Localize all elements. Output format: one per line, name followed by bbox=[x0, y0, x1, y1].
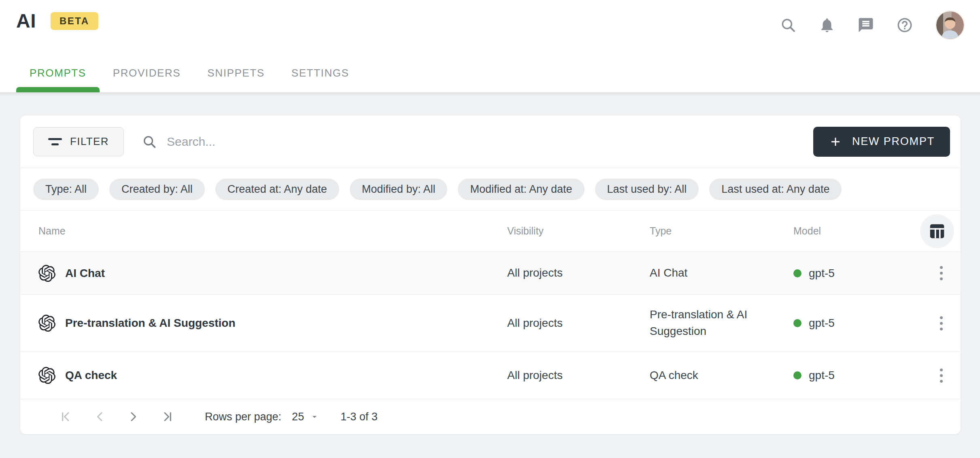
prompt-model-cell: gpt-5 bbox=[793, 317, 925, 330]
openai-logo-icon bbox=[38, 367, 55, 384]
pagination-range: 1-3 of 3 bbox=[340, 411, 378, 423]
openai-logo-icon bbox=[38, 265, 55, 282]
prompt-type: AI Chat bbox=[650, 265, 793, 281]
previous-page-button[interactable] bbox=[91, 407, 109, 426]
model-status-dot bbox=[793, 371, 801, 379]
prompt-visibility: All projects bbox=[507, 315, 650, 332]
search-input[interactable] bbox=[167, 135, 795, 149]
prompt-name-cell: AI Chat bbox=[38, 265, 507, 282]
brand-row: AI BETA bbox=[16, 10, 98, 32]
filter-button-label: FILTER bbox=[70, 135, 109, 148]
table-header: Name Visibility Type Model bbox=[20, 211, 961, 252]
prompt-type: Pre-translation & AI Suggestion bbox=[650, 307, 793, 339]
last-page-button[interactable] bbox=[157, 407, 176, 426]
prompt-name-cell: QA check bbox=[38, 367, 507, 384]
column-header-visibility: Visibility bbox=[507, 225, 650, 237]
tab-settings-label: SETTINGS bbox=[291, 67, 349, 79]
row-actions-menu-button[interactable] bbox=[933, 262, 950, 284]
chip-last-used-at[interactable]: Last used at: Any date bbox=[709, 179, 842, 200]
plus-icon bbox=[829, 135, 842, 149]
prompt-visibility: All projects bbox=[507, 265, 650, 281]
kebab-icon bbox=[940, 316, 943, 319]
prompt-type: QA check bbox=[650, 367, 793, 384]
tab-settings[interactable]: SETTINGS bbox=[278, 58, 363, 92]
chevron-down-icon bbox=[310, 412, 319, 422]
column-header-type: Type bbox=[650, 225, 793, 237]
openai-logo-icon bbox=[38, 315, 55, 332]
last-page-icon bbox=[159, 409, 174, 424]
chevron-left-icon bbox=[92, 409, 108, 424]
main-tabs: PROMPTS PROVIDERS SNIPPETS SETTINGS bbox=[16, 58, 363, 92]
columns-icon bbox=[928, 222, 946, 241]
search-box bbox=[142, 134, 795, 149]
pagination-nav bbox=[57, 407, 176, 426]
kebab-icon bbox=[940, 369, 943, 371]
filter-chips-row: Type: All Created by: All Created at: An… bbox=[20, 168, 961, 211]
tab-snippets-label: SNIPPETS bbox=[207, 67, 264, 79]
prompt-model: gpt-5 bbox=[809, 369, 835, 382]
rows-per-page-value: 25 bbox=[292, 411, 304, 423]
row-actions-menu-button[interactable] bbox=[933, 312, 950, 334]
filter-button[interactable]: FILTER bbox=[33, 127, 124, 156]
page-content: FILTER NEW PROMPT Type: All Created by: … bbox=[0, 92, 980, 458]
filter-icon bbox=[48, 136, 62, 147]
prompt-visibility: All projects bbox=[507, 367, 650, 384]
kebab-icon bbox=[940, 266, 943, 269]
chip-created-by[interactable]: Created by: All bbox=[109, 179, 205, 200]
prompt-name: Pre-translation & AI Suggestion bbox=[65, 317, 236, 330]
chevron-right-icon bbox=[125, 409, 141, 424]
header-actions bbox=[778, 11, 965, 40]
first-page-icon bbox=[59, 409, 74, 424]
rows-per-page-label: Rows per page: bbox=[205, 411, 281, 423]
table-toolbar: FILTER NEW PROMPT bbox=[20, 115, 961, 168]
first-page-button[interactable] bbox=[57, 407, 76, 426]
prompt-name: QA check bbox=[65, 369, 117, 382]
table-row[interactable]: Pre-translation & AI Suggestion All proj… bbox=[20, 295, 961, 352]
notifications-bell-icon[interactable] bbox=[817, 15, 837, 35]
chip-modified-by[interactable]: Modified by: All bbox=[350, 179, 448, 200]
prompts-card: FILTER NEW PROMPT Type: All Created by: … bbox=[20, 115, 961, 434]
prompt-name: AI Chat bbox=[65, 267, 105, 280]
pagination-bar: Rows per page: 25 1-3 of 3 bbox=[20, 399, 961, 434]
next-page-button[interactable] bbox=[124, 407, 142, 426]
help-icon[interactable] bbox=[895, 15, 914, 35]
prompt-model-cell: gpt-5 bbox=[793, 369, 925, 382]
app-header: AI BETA bbox=[0, 0, 980, 92]
column-header-name: Name bbox=[38, 225, 507, 237]
app-logo: AI bbox=[16, 10, 36, 32]
prompt-name-cell: Pre-translation & AI Suggestion bbox=[38, 315, 507, 332]
column-settings-button[interactable] bbox=[920, 214, 954, 248]
model-status-dot bbox=[793, 269, 801, 277]
user-avatar[interactable] bbox=[935, 11, 965, 40]
rows-per-page-select[interactable]: 25 bbox=[292, 411, 319, 423]
prompt-model: gpt-5 bbox=[809, 317, 835, 330]
tab-prompts[interactable]: PROMPTS bbox=[16, 58, 100, 92]
beta-badge: BETA bbox=[51, 12, 98, 30]
prompt-model-cell: gpt-5 bbox=[793, 267, 925, 280]
chip-type[interactable]: Type: All bbox=[33, 179, 99, 200]
column-header-model: Model bbox=[793, 225, 925, 237]
chip-created-at[interactable]: Created at: Any date bbox=[215, 179, 339, 200]
chat-icon[interactable] bbox=[856, 15, 876, 35]
search-icon[interactable] bbox=[778, 15, 798, 35]
chip-modified-at[interactable]: Modified at: Any date bbox=[458, 179, 584, 200]
tab-prompts-label: PROMPTS bbox=[30, 67, 86, 79]
model-status-dot bbox=[793, 319, 801, 327]
new-prompt-button-label: NEW PROMPT bbox=[852, 135, 935, 148]
prompt-model: gpt-5 bbox=[809, 267, 835, 280]
tab-providers-label: PROVIDERS bbox=[113, 67, 181, 79]
chip-last-used-by[interactable]: Last used by: All bbox=[595, 179, 699, 200]
active-tab-indicator bbox=[16, 87, 100, 92]
row-actions-menu-button[interactable] bbox=[933, 364, 950, 387]
table-row[interactable]: AI Chat All projects AI Chat gpt-5 bbox=[20, 252, 961, 295]
tab-providers[interactable]: PROVIDERS bbox=[100, 58, 194, 92]
tab-snippets[interactable]: SNIPPETS bbox=[194, 58, 278, 92]
search-icon bbox=[142, 134, 157, 149]
new-prompt-button[interactable]: NEW PROMPT bbox=[813, 127, 950, 157]
table-row[interactable]: QA check All projects QA check gpt-5 bbox=[20, 352, 961, 399]
